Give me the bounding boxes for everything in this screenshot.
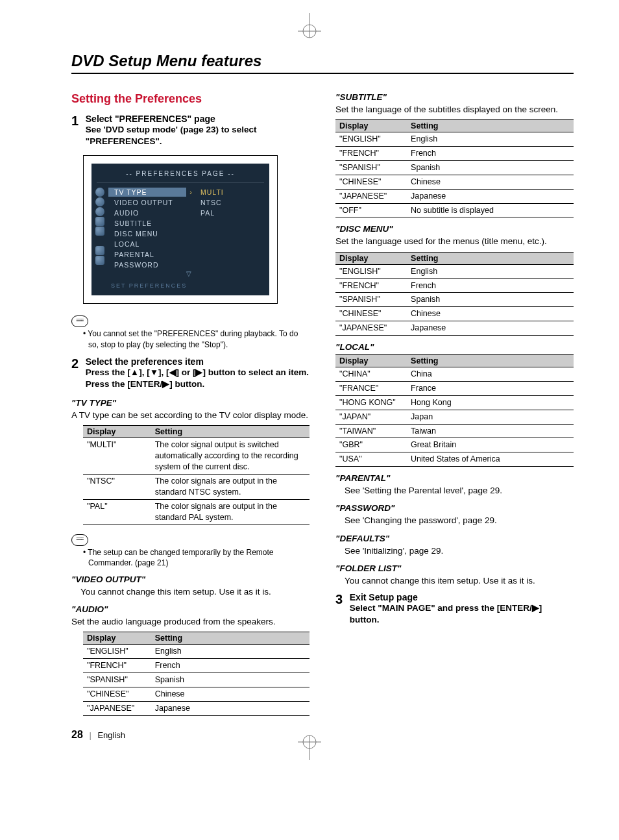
discmenu-table: DisplaySetting "ENGLISH"English "FRENCH"… <box>335 252 574 336</box>
tvtype-heading: "TV TYPE" <box>71 398 310 408</box>
defaults-heading: "DEFAULTS" <box>335 534 574 543</box>
parental-desc: See 'Setting the Parental level', page 2… <box>345 485 574 497</box>
osd-icon <box>95 207 104 216</box>
discmenu-heading: "DISC MENU" <box>335 224 574 234</box>
osd-opt: NTSC <box>195 199 269 206</box>
osd-item: PASSWORD <box>108 260 186 269</box>
crop-mark-bottom <box>290 734 329 760</box>
th-setting: Setting <box>407 252 574 264</box>
th-display: Display <box>83 632 151 645</box>
section-heading: Setting the Preferences <box>71 92 310 106</box>
osd-screenshot: -- PREFERENCES PAGE -- TV TYPE›MULTI VID… <box>83 155 278 304</box>
table-row: "ENGLISH"English <box>335 264 574 278</box>
table-row: "CHINESE"Chinese <box>335 307 574 321</box>
osd-icon <box>95 246 104 255</box>
crop-mark-top <box>290 13 329 39</box>
step-1: 1 Select "PREFERENCES" page See 'DVD set… <box>71 114 310 147</box>
note-icon <box>71 315 88 327</box>
subtitle-heading: "SUBTITLE" <box>335 92 574 102</box>
footer-language: English <box>97 730 125 740</box>
th-display: Display <box>335 355 407 367</box>
local-heading: "LOCAL" <box>335 342 574 352</box>
local-table: DisplaySetting "CHINA"China "FRANCE"Fran… <box>335 354 574 467</box>
table-row: "PAL"The color signals are output in the… <box>83 499 310 525</box>
osd-icon <box>95 197 104 206</box>
osd-opt: PAL <box>195 209 269 217</box>
osd-down-icon: ▽ <box>108 270 269 277</box>
table-row: "ENGLISH"English <box>335 132 574 147</box>
folderlist-desc: You cannot change this item setup. Use i… <box>345 575 574 587</box>
osd-item: TV TYPE <box>108 188 186 197</box>
subtitle-desc: Set the language of the subtitles displa… <box>335 104 574 116</box>
audio-desc: Set the audio language produced from the… <box>71 616 310 628</box>
th-setting: Setting <box>151 632 310 645</box>
step-number: 3 <box>335 592 347 607</box>
videooutput-heading: "VIDEO OUTPUT" <box>71 574 310 584</box>
table-row: "HONG KONG"Hong Kong <box>335 395 574 410</box>
osd-item: PARENTAL <box>108 250 186 259</box>
step-title: Select the preferences item <box>86 356 204 367</box>
osd-item: SUBTITLE <box>108 219 186 228</box>
table-row: "CHINA"China <box>335 367 574 382</box>
th-display: Display <box>83 426 151 438</box>
step-number: 2 <box>71 356 83 371</box>
audio-table: DisplaySetting "ENGLISH"English "FRENCH"… <box>83 632 310 715</box>
table-row: "ENGLISH"English <box>83 645 310 659</box>
document-title: DVD Setup Menu features <box>71 52 574 74</box>
table-row: "FRENCH"French <box>335 278 574 293</box>
osd-item: LOCAL <box>108 240 186 249</box>
note-text: You cannot set the "PREFERENCES" during … <box>83 328 310 349</box>
note-text: The setup can be changed temporarily by … <box>83 547 310 568</box>
audio-heading: "AUDIO" <box>71 604 310 614</box>
folderlist-heading: "FOLDER LIST" <box>335 563 574 573</box>
parental-heading: "PARENTAL" <box>335 473 574 483</box>
osd-icon <box>95 227 104 236</box>
osd-item: DISC MENU <box>108 229 186 238</box>
step-number: 1 <box>71 114 83 129</box>
table-row: "CHINESE"Chinese <box>83 687 310 702</box>
tvtype-table: DisplaySetting "MULTI"The color signal o… <box>83 425 310 525</box>
password-heading: "PASSWORD" <box>335 503 574 513</box>
table-row: "SPANISH"Spanish <box>335 293 574 307</box>
osd-icon <box>95 188 104 197</box>
step-text: See 'DVD setup mode' (page 23) to select… <box>86 125 257 146</box>
discmenu-desc: Set the language used for the menus (tit… <box>335 236 574 247</box>
page-footer: 28 | English <box>71 729 310 741</box>
table-row: "CHINESE"Chinese <box>335 175 574 189</box>
step-title: Select "PREFERENCES" page <box>86 114 215 124</box>
table-row: "TAIWAN"Taiwan <box>335 424 574 438</box>
osd-item: AUDIO <box>108 208 186 217</box>
osd-arrow-icon: › <box>186 188 195 196</box>
step-text: Press the [▲], [▼], [◀] or [▶] button to… <box>86 367 309 377</box>
table-row: "JAPAN"Japan <box>335 410 574 424</box>
table-row: "FRENCH"French <box>335 147 574 161</box>
step-2: 2 Select the preferences item Press the … <box>71 356 310 390</box>
th-setting: Setting <box>151 426 310 438</box>
table-row: "JAPANESE"Japanese <box>335 189 574 203</box>
defaults-desc: See 'Initializing', page 29. <box>345 545 574 557</box>
th-display: Display <box>335 120 407 132</box>
table-row: "OFF"No subtitle is displayed <box>335 203 574 217</box>
table-row: "GBR"Great Britain <box>335 438 574 452</box>
table-row: "SPANISH"Spanish <box>335 160 574 175</box>
table-row: "MULTI"The color signal output is switch… <box>83 438 310 475</box>
osd-item: VIDEO OUTPUT <box>108 198 186 207</box>
step-text: Press the [ENTER/▶] button. <box>86 379 205 389</box>
osd-icon <box>95 256 104 265</box>
step-3: 3 Exit Setup page Select "MAIN PAGE" and… <box>335 592 574 626</box>
osd-footer: SET PREFERENCES <box>91 277 269 289</box>
subtitle-table: DisplaySetting "ENGLISH"English "FRENCH"… <box>335 119 574 217</box>
table-row: "JAPANESE"Japanese <box>335 321 574 336</box>
step-title: Exit Setup page <box>350 592 418 602</box>
table-row: "NTSC"The color signals are output in th… <box>83 475 310 500</box>
note-icon <box>71 534 88 546</box>
password-desc: See 'Changing the password', page 29. <box>345 515 574 526</box>
table-row: "JAPANESE"Japanese <box>83 701 310 715</box>
step-text: Select "MAIN PAGE" and press the [ENTER/… <box>350 603 542 624</box>
th-setting: Setting <box>407 355 574 367</box>
page-number: 28 <box>71 729 83 740</box>
osd-opt: MULTI <box>195 188 269 196</box>
table-row: "FRENCH"French <box>83 659 310 673</box>
videooutput-desc: You cannot change this item setup. Use i… <box>80 586 310 598</box>
th-display: Display <box>335 252 407 264</box>
